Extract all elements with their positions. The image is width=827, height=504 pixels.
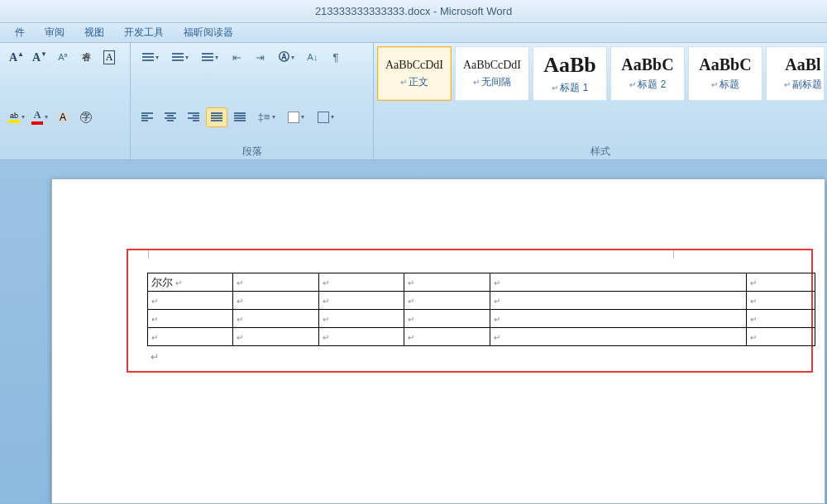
menu-tab-1[interactable]: 审阅 — [35, 23, 74, 42]
ribbon: A▲A▼Aª睿AabAA字 ⇤⇥ⒶA↓¶‡≡ 段落 AaBbCcDdI正文AaB… — [0, 43, 827, 160]
enclose-char-icon[interactable]: 字 — [75, 107, 97, 127]
style-preview: AaBbCcDdI — [385, 59, 443, 72]
style-preview: AaBbCcDdI — [463, 59, 521, 72]
style-标题 1[interactable]: AaBb标题 1 — [533, 46, 607, 101]
phonetic-guide-icon[interactable]: 睿 — [75, 47, 97, 67]
window-title: 213333333333333.docx - Microsoft Word — [315, 5, 512, 17]
style-name: 标题 — [711, 78, 740, 92]
style-name: 标题 2 — [629, 78, 667, 92]
char-shading-icon[interactable]: A — [52, 107, 74, 127]
styles-group-label: 样式 — [377, 143, 824, 158]
style-preview: AaBbC — [621, 55, 673, 74]
table-row[interactable]: 尔尔 ↵↵↵↵↵↵ — [148, 273, 815, 292]
paragraph-group-label: 段落 — [136, 143, 368, 158]
styles-group: AaBbCcDdI正文AaBbCcDdI无间隔AaBb标题 1AaBbC标题 2… — [374, 43, 827, 159]
table-cell[interactable]: ↵ — [148, 292, 233, 310]
show-marks-icon[interactable]: ¶ — [325, 47, 347, 67]
table-cell[interactable]: ↵ — [404, 273, 490, 292]
font-group: A▲A▼Aª睿AabAA字 — [0, 43, 131, 159]
sort-icon[interactable]: A↓ — [302, 47, 323, 67]
table-row[interactable]: ↵↵↵↵↵↵ — [148, 310, 815, 328]
align-center-icon[interactable] — [160, 107, 181, 127]
highlight-icon[interactable]: ab — [6, 107, 27, 127]
table-cell[interactable]: ↵ — [490, 292, 746, 310]
multilevel-icon[interactable] — [196, 47, 224, 67]
table-cell[interactable]: ↵ — [404, 328, 490, 346]
table-cell[interactable]: ↵ — [747, 273, 815, 292]
table-cell[interactable]: ↵ — [490, 328, 746, 346]
borders-icon[interactable] — [312, 107, 340, 127]
style-name: 标题 1 — [552, 81, 589, 95]
style-标题 2[interactable]: AaBbC标题 2 — [610, 46, 685, 101]
table-cell[interactable]: ↵ — [318, 310, 404, 328]
bullets-icon[interactable] — [136, 47, 165, 67]
style-preview: AaBl — [785, 55, 820, 74]
table-cell[interactable]: ↵ — [233, 273, 318, 292]
page[interactable]: 尔尔 ↵↵↵↵↵↵↵↵↵↵↵↵↵↵↵↵↵↵↵↵↵↵↵↵ ↵ — [51, 178, 825, 504]
indent-right-icon[interactable]: ⇥ — [249, 47, 270, 67]
table-cell[interactable]: ↵ — [490, 273, 746, 292]
clear-format-icon[interactable]: Aª — [52, 47, 74, 67]
table-cell[interactable]: ↵ — [318, 273, 404, 292]
margin-mark-tl — [148, 249, 158, 259]
table-cell[interactable]: ↵ — [148, 310, 233, 328]
align-justify-icon[interactable] — [206, 107, 227, 127]
table-cell[interactable]: ↵ — [747, 310, 815, 328]
table-cell[interactable]: ↵ — [404, 292, 490, 310]
style-preview: AaBbC — [699, 55, 751, 74]
document-canvas[interactable]: 尔尔 ↵↵↵↵↵↵↵↵↵↵↵↵↵↵↵↵↵↵↵↵↵↵↵↵ ↵ Baidu 经验 j… — [0, 160, 827, 504]
title-bar: 213333333333333.docx - Microsoft Word — [0, 0, 827, 23]
margin-mark-tr — [664, 249, 674, 259]
style-name: 无间隔 — [473, 75, 512, 89]
table-cell[interactable]: ↵ — [148, 328, 233, 346]
table-cell[interactable]: ↵ — [318, 328, 404, 346]
table-cell[interactable]: ↵ — [747, 292, 815, 310]
paragraph-mark: ↵ — [151, 351, 815, 363]
paragraph-group: ⇤⇥ⒶA↓¶‡≡ 段落 — [131, 43, 374, 159]
menu-tab-0[interactable]: 件 — [5, 23, 35, 42]
table-row[interactable]: ↵↵↵↵↵↵ — [148, 328, 815, 346]
shading-icon[interactable] — [282, 107, 310, 127]
style-无间隔[interactable]: AaBbCcDdI无间隔 — [455, 46, 529, 101]
style-标题[interactable]: AaBbC标题 — [688, 46, 762, 101]
table-cell[interactable]: ↵ — [233, 310, 318, 328]
menu-tab-3[interactable]: 开发工具 — [114, 23, 174, 42]
align-left-icon[interactable] — [136, 107, 158, 127]
content-area[interactable]: 尔尔 ↵↵↵↵↵↵↵↵↵↵↵↵↵↵↵↵↵↵↵↵↵↵↵↵ ↵ — [147, 273, 815, 363]
line-spacing-icon[interactable]: ‡≡ — [252, 107, 280, 127]
table-cell[interactable]: ↵ — [233, 292, 318, 310]
style-name: 正文 — [400, 75, 429, 89]
style-副标题[interactable]: AaBl副标题 — [766, 46, 824, 101]
table-cell[interactable]: ↵ — [490, 310, 746, 328]
table-cell[interactable]: 尔尔 ↵ — [148, 273, 233, 292]
table-row[interactable]: ↵↵↵↵↵↵ — [148, 292, 815, 310]
style-name: 副标题 — [784, 78, 823, 92]
menu-tab-4[interactable]: 福昕阅读器 — [174, 23, 243, 42]
font-group-label — [5, 143, 125, 158]
table-cell[interactable]: ↵ — [747, 328, 815, 346]
menu-tab-2[interactable]: 视图 — [74, 23, 114, 42]
table-cell[interactable]: ↵ — [233, 328, 318, 346]
char-border-icon[interactable]: A — [98, 47, 120, 67]
table-cell[interactable]: ↵ — [404, 310, 490, 328]
font-color-icon[interactable]: A — [29, 107, 50, 127]
distribute-icon[interactable] — [229, 107, 251, 127]
numbering-icon[interactable] — [166, 47, 194, 67]
grow-font-icon[interactable]: A▲ — [6, 47, 27, 67]
indent-left-icon[interactable]: ⇤ — [226, 47, 247, 67]
document-table[interactable]: 尔尔 ↵↵↵↵↵↵↵↵↵↵↵↵↵↵↵↵↵↵↵↵↵↵↵↵ — [147, 273, 815, 346]
table-cell[interactable]: ↵ — [318, 292, 404, 310]
menu-bar: 件审阅视图开发工具福昕阅读器 — [0, 23, 827, 43]
asian-layout-icon[interactable]: Ⓐ — [272, 47, 300, 67]
shrink-font-icon[interactable]: A▼ — [29, 47, 50, 67]
style-正文[interactable]: AaBbCcDdI正文 — [377, 46, 452, 101]
style-preview: AaBb — [543, 53, 596, 78]
align-right-icon[interactable] — [183, 107, 204, 127]
